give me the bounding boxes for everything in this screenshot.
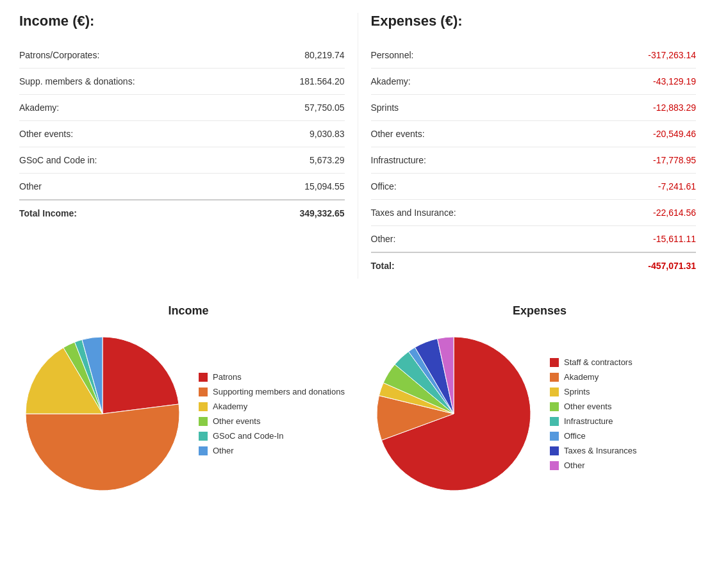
legend-label: Akademy <box>213 402 247 411</box>
income-row-label: Other events: <box>19 129 73 139</box>
legend-item: Other events <box>199 416 345 426</box>
income-row-value: 57,750.05 <box>304 102 344 113</box>
legend-item: Infrastructure <box>550 416 636 426</box>
expenses-row-label: Taxes and Insurance: <box>371 208 456 218</box>
expenses-chart-container: Expenses Staff & contractorsAkademySprin… <box>370 304 709 497</box>
legend-item: Akademy <box>199 402 345 411</box>
legend-color-swatch <box>199 432 208 441</box>
expenses-title: Expenses (€): <box>371 13 697 29</box>
legend-label: Patrons <box>213 372 242 382</box>
expenses-row-label: Akademy: <box>371 76 411 86</box>
expenses-legend: Staff & contractorsAkademySprintsOther e… <box>550 357 636 470</box>
legend-color-swatch <box>199 373 208 382</box>
expenses-row-label: Infrastructure: <box>371 155 426 165</box>
income-section: Income (€): Patrons/Corporates:80,219.74… <box>19 13 358 279</box>
legend-label: Other <box>564 461 585 470</box>
expenses-chart-title: Expenses <box>513 304 567 318</box>
expenses-row: Other:-15,611.11 <box>371 226 697 252</box>
expenses-total-row: Total: -457,071.31 <box>371 252 697 279</box>
expenses-section: Expenses (€): Personnel:-317,263.14Akade… <box>358 13 709 279</box>
income-row-value: 181.564.20 <box>299 76 344 86</box>
income-total-value: 349,332.65 <box>299 208 344 218</box>
legend-label: Office <box>564 431 586 441</box>
legend-item: Office <box>550 431 636 441</box>
income-row: Patrons/Corporates:80,219.74 <box>19 42 345 69</box>
expenses-row: Infrastructure:-17,778.95 <box>371 147 697 174</box>
expenses-row-label: Office: <box>371 181 397 192</box>
income-row-value: 15,094.55 <box>304 181 344 192</box>
legend-color-swatch <box>550 402 559 411</box>
expenses-row-value: -22,614.56 <box>653 208 696 218</box>
legend-label: Other <box>213 446 234 455</box>
legend-label: Akademy <box>564 372 599 382</box>
income-row: Akademy:57,750.05 <box>19 95 345 121</box>
legend-label: Infrastructure <box>564 416 613 426</box>
expenses-row-label: Sprints <box>371 102 399 113</box>
income-row: Other events:9,030.83 <box>19 121 345 147</box>
legend-label: Taxes & Insurances <box>564 446 636 455</box>
legend-color-swatch <box>550 446 559 455</box>
legend-color-swatch <box>550 358 559 367</box>
expenses-row-value: -12,883.29 <box>653 102 696 113</box>
expenses-row: Office:-7,241.61 <box>371 174 697 200</box>
expenses-row-value: -7,241.61 <box>658 181 696 192</box>
expenses-total-label: Total: <box>371 261 395 271</box>
income-row-label: GSoC and Code in: <box>19 155 97 165</box>
expenses-row-label: Other events: <box>371 129 425 139</box>
income-pie <box>19 330 186 497</box>
income-row-label: Supp. members & donations: <box>19 76 135 86</box>
legend-color-swatch <box>550 461 559 470</box>
legend-item: Staff & contractors <box>550 357 636 367</box>
legend-item: Sprints <box>550 387 636 396</box>
income-row: Other15,094.55 <box>19 174 345 199</box>
expenses-row-value: -15,611.11 <box>653 234 696 244</box>
legend-color-swatch <box>199 417 208 426</box>
income-legend: PatronsSupporting members and donationsA… <box>199 372 345 455</box>
income-chart-container: Income PatronsSupporting members and don… <box>19 304 358 497</box>
expenses-row: Akademy:-43,129.19 <box>371 69 697 95</box>
expenses-row: Taxes and Insurance:-22,614.56 <box>371 200 697 226</box>
income-row-label: Other <box>19 181 42 192</box>
legend-color-swatch <box>199 402 208 411</box>
legend-color-swatch <box>199 388 208 396</box>
legend-item: Patrons <box>199 372 345 382</box>
legend-item: Supporting members and donations <box>199 387 345 396</box>
expenses-row-value: -17,778.95 <box>653 155 696 165</box>
legend-label: Other events <box>564 402 611 411</box>
expenses-row-value: -317,263.14 <box>648 50 696 60</box>
income-total-row: Total Income: 349,332.65 <box>19 199 345 226</box>
legend-item: Akademy <box>550 372 636 382</box>
legend-label: Other events <box>213 416 260 426</box>
income-chart-title: Income <box>168 304 208 318</box>
legend-color-swatch <box>550 417 559 426</box>
legend-item: GSoC and Code-In <box>199 431 345 441</box>
income-row: GSoC and Code in:5,673.29 <box>19 147 345 174</box>
expenses-pie <box>370 330 537 497</box>
expenses-row-value: -43,129.19 <box>653 76 696 86</box>
legend-label: Staff & contractors <box>564 357 633 367</box>
legend-item: Other <box>550 461 636 470</box>
income-row-label: Patrons/Corporates: <box>19 50 99 60</box>
income-row-value: 5,673.29 <box>310 155 345 165</box>
legend-item: Other events <box>550 402 636 411</box>
legend-color-swatch <box>550 388 559 396</box>
legend-color-swatch <box>199 446 208 455</box>
legend-color-swatch <box>550 373 559 382</box>
legend-label: Sprints <box>564 387 590 396</box>
expenses-total-value: -457,071.31 <box>648 261 696 271</box>
legend-item: Other <box>199 446 345 455</box>
income-total-label: Total Income: <box>19 208 77 218</box>
legend-label: Supporting members and donations <box>213 387 345 396</box>
income-title: Income (€): <box>19 13 345 29</box>
expenses-row: Personnel:-317,263.14 <box>371 42 697 69</box>
income-row-value: 80,219.74 <box>304 50 344 60</box>
legend-item: Taxes & Insurances <box>550 446 636 455</box>
legend-label: GSoC and Code-In <box>213 431 284 441</box>
income-row-label: Akademy: <box>19 102 59 113</box>
expenses-row-label: Personnel: <box>371 50 414 60</box>
expenses-row: Sprints-12,883.29 <box>371 95 697 121</box>
income-row-value: 9,030.83 <box>310 129 345 139</box>
expenses-row-label: Other: <box>371 234 396 244</box>
expenses-row-value: -20,549.46 <box>653 129 696 139</box>
expenses-row: Other events:-20,549.46 <box>371 121 697 147</box>
